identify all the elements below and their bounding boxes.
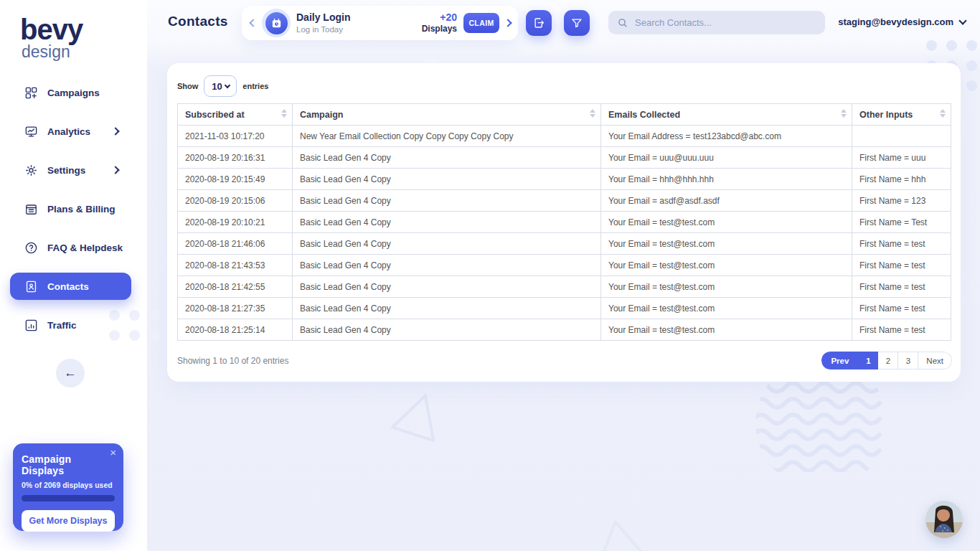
- search-icon: [617, 17, 628, 29]
- account-menu[interactable]: staging@bevydesign.com: [838, 17, 966, 27]
- table-row: 2020-08-19 20:10:21 Basic Lead Gen 4 Cop…: [178, 212, 951, 233]
- sidebar-item-label: Settings: [47, 165, 85, 176]
- cell-other: First Name = test: [852, 319, 951, 341]
- sidebar-item-faq-helpdesk[interactable]: FAQ & Helpdesk: [0, 228, 147, 267]
- contacts-card: Show 10 entries Subscribed at Campaign E…: [167, 63, 961, 382]
- pagination-prev-button[interactable]: Prev: [821, 352, 858, 369]
- pagination-page-2[interactable]: 2: [878, 352, 898, 369]
- table-row: 2020-08-18 21:43:53 Basic Lead Gen 4 Cop…: [178, 255, 951, 276]
- filter-button[interactable]: [564, 10, 590, 36]
- table-row: 2020-08-19 20:15:49 Basic Lead Gen 4 Cop…: [178, 169, 951, 190]
- table-header-row: Subscribed at Campaign Emails Collected …: [178, 104, 951, 126]
- user-avatar[interactable]: [925, 501, 963, 538]
- sidebar-item-label: Traffic: [47, 320, 77, 331]
- cell-campaign: Basic Lead Gen 4 Copy: [293, 233, 601, 255]
- triangle-decoration-small: [390, 389, 447, 446]
- sidebar-item-label: FAQ & Helpdesk: [47, 242, 123, 253]
- faq-icon: [24, 241, 38, 255]
- daily-login-reward-unit: Displays: [422, 24, 457, 35]
- sidebar-item-settings[interactable]: Settings: [0, 151, 147, 189]
- cell-campaign: Basic Lead Gen 4 Copy: [293, 147, 601, 169]
- sort-icon: [281, 109, 287, 118]
- displays-progress-bar: [22, 495, 115, 501]
- waves-decoration: [753, 379, 890, 472]
- campaign-displays-widget: × Campaign Displays 0% of 2069 displays …: [13, 443, 123, 531]
- cell-campaign: New Year Email Collection Copy Copy Copy…: [293, 126, 601, 147]
- column-header-campaign[interactable]: Campaign: [293, 104, 601, 126]
- entries-label: entries: [242, 82, 268, 90]
- cell-subscribed-at: 2020-08-19 20:16:31: [178, 147, 293, 169]
- export-icon: [532, 17, 545, 29]
- brand-logo: bevy design: [0, 0, 147, 60]
- column-header-emails-collected[interactable]: Emails Collected: [601, 104, 852, 126]
- table-row: 2020-08-18 21:46:06 Basic Lead Gen 4 Cop…: [178, 233, 951, 255]
- get-more-displays-button[interactable]: Get More Displays: [22, 510, 115, 532]
- entries-summary: Showing 1 to 10 of 20 entries: [177, 356, 288, 366]
- chevron-right-icon: [111, 127, 119, 135]
- daily-login-title: Daily Login: [296, 11, 350, 24]
- cell-emails: Your Email = asdf@asdf.asdf: [601, 190, 852, 212]
- cell-campaign: Basic Lead Gen 4 Copy: [293, 169, 601, 190]
- page-size-select[interactable]: 10: [204, 75, 237, 97]
- show-label: Show: [177, 82, 198, 90]
- table-row: 2020-08-19 20:15:06 Basic Lead Gen 4 Cop…: [178, 190, 951, 212]
- campaigns-icon: [24, 86, 38, 100]
- cell-campaign: Basic Lead Gen 4 Copy: [293, 276, 601, 298]
- brand-sub: design: [22, 43, 147, 60]
- chevron-right-icon[interactable]: [504, 19, 512, 27]
- sidebar-item-analytics[interactable]: Analytics: [0, 112, 147, 151]
- analytics-icon: [24, 125, 38, 138]
- table-row: 2020-08-19 20:16:31 Basic Lead Gen 4 Cop…: [178, 147, 951, 169]
- sidebar-collapse-button[interactable]: ←: [56, 359, 85, 387]
- cell-emails: Your Email = test@test.com: [601, 298, 852, 319]
- cell-subscribed-at: 2021-11-03 10:17:20: [178, 126, 293, 147]
- sidebar-item-label: Campaigns: [47, 88, 100, 98]
- pagination-page-1[interactable]: 1: [858, 352, 878, 369]
- cell-campaign: Basic Lead Gen 4 Copy: [293, 212, 601, 233]
- pagination-page-3[interactable]: 3: [898, 352, 918, 369]
- close-icon[interactable]: ×: [110, 446, 116, 458]
- sidebar-item-traffic[interactable]: Traffic: [0, 306, 147, 344]
- sidebar-nav: Campaigns Analytics Settings Plans & Bil…: [0, 73, 147, 344]
- cell-other: First Name = test: [852, 255, 951, 276]
- cell-other: [852, 126, 951, 147]
- sidebar-item-label: Plans & Billing: [47, 204, 116, 215]
- chevron-down-icon: [225, 83, 230, 88]
- search-box: [608, 11, 825, 34]
- displays-widget-title: Campaign Displays: [22, 453, 115, 476]
- cell-emails: Your Email = hhh@hhh.hhh: [601, 169, 852, 190]
- column-header-other-inputs[interactable]: Other Inputs: [852, 104, 951, 126]
- chevron-right-icon: [111, 166, 119, 174]
- triangle-decoration-bottom: [593, 518, 644, 551]
- column-header-subscribed-at[interactable]: Subscribed at: [178, 104, 293, 126]
- settings-icon: [24, 164, 38, 177]
- claim-button[interactable]: CLAIM: [463, 13, 499, 33]
- daily-login-subtitle: Log in Today: [296, 24, 350, 34]
- sidebar-item-plans-billing[interactable]: Plans & Billing: [0, 189, 147, 228]
- sidebar-item-contacts[interactable]: Contacts: [10, 273, 131, 300]
- export-button[interactable]: [526, 10, 552, 36]
- account-email: staging@bevydesign.com: [838, 17, 953, 27]
- chevron-left-icon[interactable]: [249, 19, 257, 27]
- filter-icon: [570, 17, 583, 29]
- calendar-icon: [265, 12, 288, 34]
- cell-subscribed-at: 2020-08-19 20:15:06: [178, 190, 293, 212]
- sort-icon: [590, 109, 595, 118]
- sort-icon: [940, 109, 946, 118]
- table-row: 2020-08-18 21:42:55 Basic Lead Gen 4 Cop…: [178, 276, 951, 298]
- page-size-value: 10: [212, 81, 222, 92]
- search-input[interactable]: [635, 17, 816, 28]
- main-area: Contacts Daily Login Log in Today +20 Di…: [147, 0, 980, 551]
- pagination-next-button[interactable]: Next: [918, 352, 952, 369]
- cell-campaign: Basic Lead Gen 4 Copy: [293, 255, 601, 276]
- cell-campaign: Basic Lead Gen 4 Copy: [293, 319, 601, 341]
- sidebar: bevy design Campaigns Analytics Settings: [0, 0, 147, 551]
- cell-subscribed-at: 2020-08-19 20:10:21: [178, 212, 293, 233]
- sidebar-item-campaigns[interactable]: Campaigns: [0, 73, 147, 112]
- cell-emails: Your Email Address = test123abcd@abc.com: [601, 126, 852, 147]
- cell-campaign: Basic Lead Gen 4 Copy: [293, 190, 601, 212]
- back-arrow-icon: ←: [65, 366, 77, 380]
- daily-login-widget: Daily Login Log in Today +20 Displays CL…: [242, 6, 518, 40]
- cell-subscribed-at: 2020-08-18 21:42:55: [178, 276, 293, 298]
- daily-login-reward: +20: [422, 11, 457, 24]
